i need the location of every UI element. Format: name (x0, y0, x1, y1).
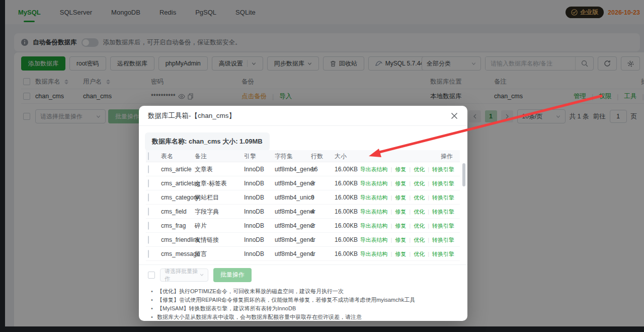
convert-engine-link[interactable]: 转换引擎 (432, 208, 454, 214)
table-rowcount: 4 (311, 208, 314, 215)
note-item: 数据库大小是从数据库表中读取，会与数据库配额容量中获取存在些许误差，请注意 (150, 313, 459, 321)
modal-table-row: cms_articletag 文章-标签表 InnoDB utf8mb4_gen… (146, 176, 460, 190)
modal-row-actions: 导出表结构|修复|优化|转换引擎 (360, 250, 454, 257)
screen: MySQL SQLServer MongoDB Redis PgSQL SQLi… (0, 0, 644, 332)
mcol-engine: 引擎 (244, 152, 256, 160)
export-structure-link[interactable]: 导出表结构 (360, 236, 387, 242)
optimize-link[interactable]: 优化 (414, 166, 425, 172)
convert-engine-link[interactable]: 转换引擎 (432, 166, 454, 172)
mcol-charset: 字符集 (275, 152, 293, 160)
mcol-size: 大小 (335, 152, 347, 160)
modal-row-checkbox[interactable] (148, 165, 149, 173)
table-engine: InnoDB (244, 180, 264, 187)
convert-engine-link[interactable]: 转换引擎 (432, 222, 454, 228)
repair-link[interactable]: 修复 (395, 208, 406, 214)
repair-link[interactable]: 修复 (395, 222, 406, 228)
db-toolbox-modal: 数据库工具箱-【chan_cms】 数据库名称: chan_cms 大小: 1.… (139, 106, 467, 321)
table-name: cms_message (161, 250, 200, 257)
table-rowcount: 16 (311, 166, 317, 173)
table-charset: utf8mb4_gener (275, 180, 315, 187)
repair-link[interactable]: 修复 (395, 180, 406, 186)
modal-row-actions: 导出表结构|修复|优化|转换引擎 (360, 236, 454, 243)
scrollbar-thumb[interactable] (462, 163, 465, 186)
modal-table-row: cms_friendlink 友情链接 InnoDB utf8mb4_gener… (146, 233, 460, 247)
repair-link[interactable]: 修复 (395, 166, 406, 172)
modal-batch-select[interactable]: 请选择批量操作 (160, 269, 208, 282)
modal-table-body: cms_article 文章表 InnoDB utf8mb4_gener 16 … (146, 162, 460, 261)
export-structure-link[interactable]: 导出表结构 (360, 250, 387, 256)
modal-table-row: cms_field 字段字典 InnoDB utf8mb4_gener 4 16… (146, 205, 460, 219)
optimize-link[interactable]: 优化 (414, 222, 425, 228)
export-structure-link[interactable]: 导出表结构 (360, 180, 387, 186)
optimize-link[interactable]: 优化 (414, 208, 425, 214)
mcol-ops: 操作 (441, 152, 453, 160)
table-name: cms_article (161, 166, 192, 173)
modal-notes: 【优化】执行OPTIMIZE命令，可回收未释放的磁盘空间，建议每月执行一次 【修… (150, 287, 459, 321)
table-size: 16.00KB (335, 208, 358, 215)
optimize-link[interactable]: 优化 (414, 180, 425, 186)
db-info-chip: 数据库名称: chan_cms 大小: 1.09MB (145, 132, 270, 151)
mcol-name: 表名 (161, 152, 173, 160)
export-structure-link[interactable]: 导出表结构 (360, 222, 387, 228)
repair-link[interactable]: 修复 (395, 236, 406, 242)
optimize-link[interactable]: 优化 (414, 194, 425, 200)
modal-select-all-checkbox[interactable] (148, 152, 149, 160)
convert-engine-link[interactable]: 转换引擎 (432, 236, 454, 242)
modal-batch-checkbox[interactable] (148, 272, 155, 279)
modal-table-row: cms_message 留言 InnoDB utf8mb4_gener 1 16… (146, 247, 460, 261)
convert-engine-link[interactable]: 转换引擎 (432, 180, 454, 186)
export-structure-link[interactable]: 导出表结构 (360, 166, 387, 172)
table-engine: InnoDB (244, 222, 264, 229)
table-engine: InnoDB (244, 250, 264, 257)
optimize-link[interactable]: 优化 (414, 236, 425, 242)
modal-row-checkbox[interactable] (148, 208, 149, 216)
table-note: 网站栏目 (195, 193, 219, 202)
table-size: 16.00KB (335, 222, 358, 229)
table-charset: utf8mb4_gener (275, 208, 315, 215)
convert-engine-link[interactable]: 转换引擎 (432, 194, 454, 200)
modal-row-checkbox[interactable] (148, 193, 149, 202)
modal-batch-apply-button[interactable]: 批量操作 (213, 268, 252, 282)
modal-header: 数据库工具箱-【chan_cms】 (139, 106, 467, 126)
mcol-note: 备注 (195, 152, 207, 160)
modal-batch-row: 请选择批量操作 批量操作 (139, 264, 467, 285)
table-size: 16.00KB (335, 236, 358, 243)
table-charset: utf8mb4_gener (275, 250, 315, 257)
table-note: 碎片 (195, 221, 207, 230)
chevron-down-icon (200, 273, 204, 277)
close-icon[interactable] (450, 112, 458, 120)
table-rowcount: 3 (311, 180, 314, 187)
table-charset: utf8mb4_gener (275, 166, 315, 173)
table-name: cms_friendlink (161, 236, 200, 243)
table-note: 字段字典 (195, 207, 219, 216)
repair-link[interactable]: 修复 (395, 250, 406, 256)
modal-row-actions: 导出表结构|修复|优化|转换引擎 (360, 193, 454, 201)
table-name: cms_articletag (161, 180, 200, 187)
table-charset: utf8mb4_gener (275, 236, 315, 243)
optimize-link[interactable]: 优化 (414, 250, 425, 256)
modal-row-actions: 导出表结构|修复|优化|转换引擎 (360, 208, 454, 215)
table-size: 16.00KB (335, 194, 358, 201)
table-name: cms_category (161, 194, 199, 201)
modal-row-actions: 导出表结构|修复|优化|转换引擎 (360, 165, 454, 173)
table-note: 友情链接 (195, 235, 219, 244)
table-rowcount: 9 (311, 194, 314, 201)
table-engine: InnoDB (244, 166, 264, 173)
repair-link[interactable]: 修复 (395, 194, 406, 200)
modal-row-checkbox[interactable] (148, 250, 149, 258)
export-structure-link[interactable]: 导出表结构 (360, 194, 387, 200)
table-rowcount: 1 (311, 236, 314, 243)
modal-table-header: 表名 备注 引擎 字符集 行数 大小 操作 (146, 150, 460, 162)
modal-row-actions: 导出表结构|修复|优化|转换引擎 (360, 222, 454, 229)
modal-row-checkbox[interactable] (148, 179, 149, 187)
table-name: cms_field (161, 208, 187, 215)
export-structure-link[interactable]: 导出表结构 (360, 208, 387, 214)
modal-row-checkbox[interactable] (148, 222, 149, 230)
modal-scrollbar (462, 162, 465, 261)
table-name: cms_frag (161, 222, 186, 229)
convert-engine-link[interactable]: 转换引擎 (432, 250, 454, 256)
mcol-rows: 行数 (311, 152, 323, 160)
modal-row-checkbox[interactable] (148, 236, 149, 244)
note-item: 【修复】尝试使用REPAIR命令修复损坏的表，仅能做简单修复，若修复不成功请考虑… (150, 296, 459, 304)
note-item: 【优化】执行OPTIMIZE命令，可回收未释放的磁盘空间，建议每月执行一次 (150, 287, 459, 295)
